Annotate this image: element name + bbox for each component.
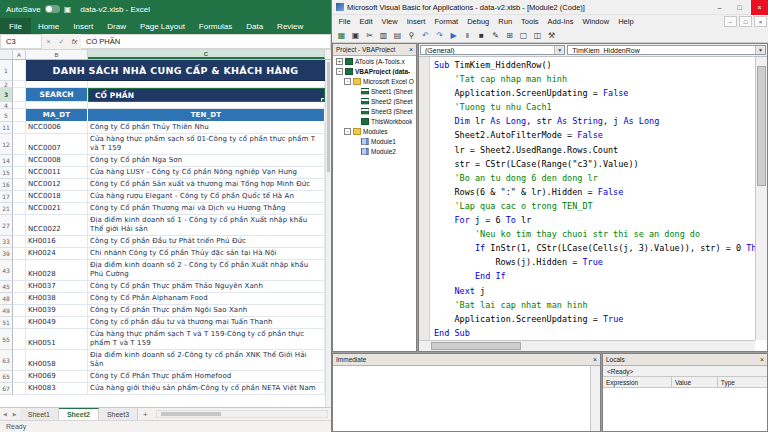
minimize-button[interactable]: – [711,0,728,15]
code-line[interactable]: Rows(j).Hidden = True [434,255,755,269]
cell-ten-dt[interactable]: Cửa hàng thực phẩm sạch số 01-Công ty cổ… [88,134,325,155]
row-number[interactable]: 1 [0,60,13,81]
cell[interactable] [13,191,26,203]
row-number[interactable]: 2 [0,81,13,88]
code-line[interactable]: 'Bo an tu dong 6 den dong lr [434,171,755,185]
cell-ten-dt[interactable]: Công ty Cổ phần Đầu tư Phát triển Phú Đứ… [88,236,325,248]
cell-ten-dt[interactable]: Công ty Cổ phần Nga Sơn [88,155,325,167]
cell[interactable] [13,281,26,293]
cell-ma-dt[interactable]: NCC0021 [26,203,88,215]
cell-ten-dt[interactable]: Cửa hàng LUSY - Công ty Cổ phần Nông ngh… [88,167,325,179]
design-mode-icon[interactable]: ✎ [489,29,502,42]
ribbon-tab-draw[interactable]: Draw [100,18,133,34]
column-header-a[interactable]: A [13,50,26,59]
row-number[interactable]: 3 [0,88,13,102]
collapse-icon[interactable]: - [344,78,351,85]
paste-icon[interactable]: ▤ [391,29,404,42]
menu-window[interactable]: Window [578,15,614,28]
procedure-dropdown[interactable]: TimKiem_HiddenRow ▼ [567,45,766,55]
tree-item-sheet1-sheet[interactable]: Sheet1 (Sheet [333,86,416,96]
child-close-button[interactable]: × [754,16,767,27]
locals-column-expression[interactable]: Expression [603,377,672,387]
cell[interactable] [13,179,26,191]
formula-input[interactable]: CỔ PHẦN [81,34,331,49]
cell-ten-dt[interactable]: Cửa hàng rượu Elegant - Công ty Cổ phần … [88,191,325,203]
ribbon-tab-formulas[interactable]: Formulas [192,18,239,34]
cell-ma-dt[interactable]: KH0038 [26,293,88,305]
code-line[interactable]: For j = 6 To lr [434,213,755,227]
ribbon-tab-page-layout[interactable]: Page Layout [133,18,192,34]
tree-item-sheet3-sheet[interactable]: Sheet3 (Sheet [333,106,416,116]
cell-ma-dt[interactable]: KH0016 [26,236,88,248]
chevron-down-icon[interactable]: ▼ [554,46,564,54]
cell[interactable] [13,236,26,248]
ribbon-tab-review[interactable]: Review [270,18,310,34]
immediate-close-icon[interactable]: × [591,356,597,363]
row-number[interactable]: 48 [0,293,13,305]
code-line[interactable]: Sub TimKiem_HiddenRow() [434,58,755,72]
cell-ten-dt[interactable]: Công ty Cổ phần Thực phẩm Ngôi Sao Xanh [88,305,325,317]
menu-edit[interactable]: Edit [355,15,377,28]
row-number[interactable]: 17 [0,191,13,203]
maximize-button[interactable]: □ [731,0,748,15]
row-number[interactable]: 55 [0,329,13,350]
active-cell-c3[interactable]: CỔ PHẦN [88,88,325,102]
cell-ten-dt[interactable]: Chi nhánh Công ty Cổ phần Thủy đặc sản t… [88,248,325,260]
locals-column-type[interactable]: Type [718,377,767,387]
cell[interactable] [13,215,26,236]
child-minimize-button[interactable]: – [724,16,737,27]
row-number[interactable]: 43 [0,260,13,281]
code-horizontal-scrollbar[interactable] [419,340,755,351]
code-line[interactable]: 'Bat lai cap nhat man hinh [434,298,755,312]
row-number[interactable]: 11 [0,122,13,134]
scrollbar-thumb[interactable] [161,412,221,416]
row-number[interactable]: 39 [0,248,13,260]
code-line[interactable]: Next j [434,284,755,298]
tree-item-atools-a-tools-x[interactable]: +ATools (A-Tools.x [333,56,416,66]
menu-run[interactable]: Run [494,15,517,28]
cell[interactable] [13,102,26,109]
cell-ma-dt[interactable]: NCC0011 [26,167,88,179]
row-number[interactable]: 14 [0,155,13,167]
save-icon[interactable]: ▣ [349,29,362,42]
ch evron-down-icon[interactable]: ▼ [755,46,765,54]
menu-debug[interactable]: Debug [463,15,494,28]
ribbon-tab-file[interactable]: File [0,18,31,34]
cell-ma-dt[interactable]: KH0028 [26,260,88,281]
cell-ma-dt[interactable]: KH0069 [26,371,88,383]
code-line[interactable]: Sheet2.AutoFilterMode = False [434,128,755,142]
sheet-nav-left-icon[interactable]: ◀ [0,408,10,420]
sheet-nav-right-icon[interactable]: ▶ [10,408,20,420]
row-number[interactable]: 63 [0,350,13,371]
sheet-title-cell[interactable]: DANH SÁCH NHÀ CUNG CẤP & KHÁCH HÀNG [26,60,325,81]
cell-ma-dt[interactable]: NCC0018 [26,191,88,203]
excel-horizontal-scrollbar[interactable] [156,410,328,418]
cell-ma-dt[interactable]: KH0058 [26,350,88,371]
cell-ma-dt[interactable]: NCC0012 [26,179,88,191]
cell[interactable] [13,371,26,383]
view-excel-icon[interactable]: ▦ [335,29,348,42]
cell[interactable] [26,81,88,88]
menu-file[interactable]: File [334,15,355,28]
immediate-scrollbar[interactable] [590,366,600,431]
tree-item-vbaproject-data[interactable]: -VBAProject (data- [333,66,416,76]
cell[interactable] [13,88,26,102]
menu-help[interactable]: Help [614,15,638,28]
row-number[interactable]: 5 [0,109,13,122]
cell[interactable] [13,122,26,134]
ribbon-tab-insert[interactable]: Insert [66,18,100,34]
cell-ten-dt[interactable]: Công ty cổ phần đầu tư và thương mại Tuấ… [88,317,325,329]
cell-ma-dt[interactable]: KH0083 [26,383,88,395]
cell[interactable] [13,383,26,395]
run-icon[interactable]: ▶ [447,29,460,42]
break-icon[interactable]: ‖ [461,29,474,42]
tree-item-sheet2-sheet[interactable]: Sheet2 (Sheet [333,96,416,106]
row-number[interactable]: 16 [0,179,13,191]
code-line[interactable]: Application.ScreenUpdating = True [434,312,755,326]
row-number[interactable]: 45 [0,281,13,293]
menu-view[interactable]: View [377,15,402,28]
cell[interactable] [26,102,88,109]
column-header-c[interactable]: C [88,50,325,59]
code-line[interactable]: 'Neu ko tim thay chuoi str thi se an don… [434,227,755,241]
code-line[interactable]: End If [434,269,755,283]
